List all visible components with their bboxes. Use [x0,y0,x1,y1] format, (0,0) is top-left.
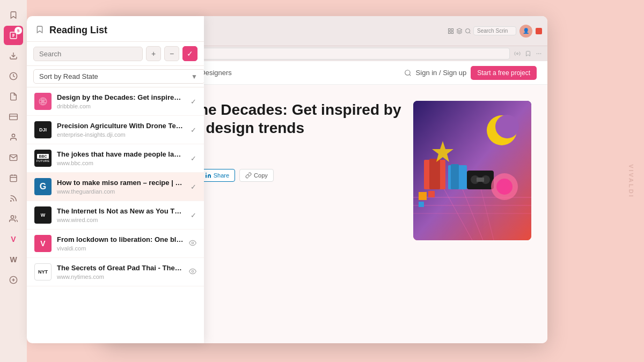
svg-point-8 [12,134,14,137]
sidebar-icon-download[interactable] [4,46,23,65]
sidebar-icon-history[interactable] [4,67,23,86]
item-info: Precision Agriculture With Drone Technol… [57,122,185,138]
item-read-status: ✓ [191,183,196,191]
svg-rect-50 [477,178,484,182]
svg-point-28 [517,53,518,55]
item-url: enterprise-insights.dji.com [57,131,185,138]
svg-rect-56 [419,202,424,207]
svg-line-27 [469,32,470,33]
item-favicon: W [34,206,52,224]
item-favicon: BBC FUTURE [34,150,52,167]
nav-signin[interactable]: Sign in / Sign up [416,69,467,77]
sidebar-icon-calendar[interactable] [4,168,23,188]
item-read-status [189,268,196,277]
reading-item[interactable]: DJI Precision Agriculture With Drone Tec… [27,116,204,144]
item-title: Precision Agriculture With Drone Technol… [57,122,185,131]
item-url: www.wired.com [57,217,185,223]
share-linkedin-button[interactable]: Share [199,169,235,182]
item-url: vivaldi.com [57,245,184,252]
svg-rect-23 [449,32,451,34]
item-info: The Internet Is Not as New as You Think … [57,207,185,224]
svg-point-13 [11,201,11,201]
item-title: The Secrets of Great Pad Thai - The New … [57,264,184,273]
reading-items-list: Design by the Decades: Get inspired by 8… [27,87,204,343]
panel-header: Reading List [27,16,204,42]
panel-bookmark-icon [35,25,44,36]
sidebar-icon-friends[interactable] [4,209,23,228]
sidebar-icon-mail[interactable] [4,148,23,167]
svg-rect-46 [451,164,459,189]
reading-item[interactable]: V From lockdown to liberation: One blogg… [27,230,204,258]
nav-search-icon [404,69,412,77]
reading-item[interactable]: Design by the Decades: Get inspired by 8… [27,87,204,116]
reading-item[interactable]: G How to make miso ramen – recipe | Japa… [27,173,204,201]
sidebar-icon-wikipedia[interactable]: W [4,250,23,269]
confirm-button[interactable]: ✓ [182,46,197,61]
panel-title: Reading List [49,25,195,36]
item-read-status: ✓ [191,211,196,219]
item-url: www.theguardian.com [57,188,185,195]
svg-point-26 [466,28,470,33]
svg-rect-22 [451,28,453,31]
panel-toolbar: + − ✓ [27,42,204,66]
item-read-status [189,239,196,248]
svg-rect-55 [428,191,435,197]
item-favicon: NYT [34,263,52,280]
sidebar: 5 V W [0,0,27,362]
article-image [413,101,531,240]
sidebar-icon-bookmark[interactable] [4,5,23,25]
item-url: www.bbc.com [57,160,185,166]
reading-list-panel: Reading List + − ✓ Sort by Read State So… [27,16,204,343]
svg-point-53 [496,179,513,195]
window-control[interactable] [536,28,542,34]
sidebar-icon-contacts[interactable] [4,128,23,147]
sidebar-icon-vivaldi[interactable]: V [4,230,23,249]
svg-rect-6 [10,114,18,120]
item-title: How to make miso ramen – recipe | Japane… [57,179,185,188]
reading-item[interactable]: NYT The Secrets of Great Pad Thai - The … [27,258,204,286]
reading-item[interactable]: BBC FUTURE The jokes that have made peop… [27,144,204,173]
svg-point-20 [192,270,194,272]
nav-cta-button[interactable]: Start a free project [471,66,537,80]
item-read-status: ✓ [191,154,196,162]
reading-item[interactable]: W The Internet Is Not as New as You Thin… [27,201,204,230]
svg-line-33 [409,74,411,76]
item-favicon: G [34,178,52,195]
item-info: Design by the Decades: Get inspired by 8… [57,93,185,110]
item-info: The jokes that have made people laugh fo… [57,150,185,167]
svg-point-19 [192,242,194,244]
item-title: The Internet Is Not as New as You Think … [57,207,185,216]
sidebar-icon-add[interactable] [4,270,23,290]
reading-list-badge: 5 [14,27,22,34]
search-input[interactable] [33,47,143,61]
item-read-status: ✓ [191,126,196,134]
remove-item-button[interactable]: − [164,46,179,61]
sidebar-icon-wallet[interactable] [4,107,23,127]
article-image-inner [413,101,531,240]
browser-search-input[interactable] [473,26,516,35]
sort-bar: Sort by Read State Sort by Date Added So… [27,66,204,87]
svg-point-57 [206,173,207,174]
item-title: Design by the Decades: Get inspired by 8… [57,93,185,102]
item-title: The jokes that have made people laugh fo… [57,150,185,159]
sidebar-icon-notes[interactable] [4,87,23,106]
item-info: The Secrets of Great Pad Thai - The New … [57,264,184,280]
item-favicon: DJI [34,121,52,138]
copy-link-button[interactable]: Copy [239,169,274,182]
svg-point-36 [495,115,519,138]
add-item-button[interactable]: + [146,46,161,61]
user-avatar[interactable]: 👤 [519,25,532,38]
item-read-status: ✓ [191,98,196,106]
svg-point-31 [537,54,537,54]
sidebar-icon-reading-list[interactable]: 5 [4,26,23,45]
svg-point-14 [11,216,13,218]
svg-rect-9 [10,175,17,182]
item-url: www.nytimes.com [57,274,184,280]
item-info: How to make miso ramen – recipe | Japane… [57,179,185,195]
sidebar-icon-feed[interactable] [4,189,23,208]
vivaldi-watermark: VIVALDI [628,164,634,198]
item-title: From lockdown to liberation: One blogger… [57,235,184,245]
svg-point-29 [539,54,539,54]
svg-point-32 [405,70,409,75]
sort-select[interactable]: Sort by Read State Sort by Date Added So… [33,69,204,84]
